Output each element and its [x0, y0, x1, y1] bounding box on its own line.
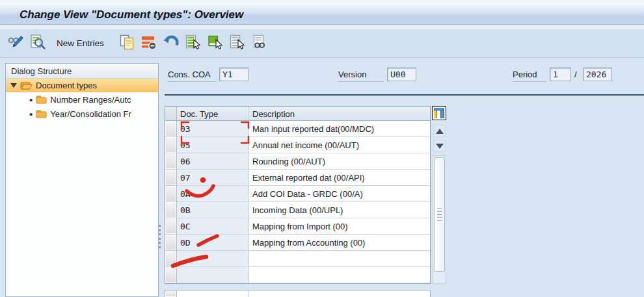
period-separator: /: [574, 70, 577, 79]
row-selector[interactable]: [165, 137, 177, 153]
tree-item-label: Number Ranges/Autc: [50, 95, 131, 105]
copy-pages-icon: [118, 34, 135, 53]
scroll-up-button[interactable]: [433, 125, 446, 137]
select-block-button[interactable]: [207, 34, 224, 52]
description-cell[interactable]: [249, 251, 430, 267]
table-row-partial: [165, 290, 431, 297]
row-selector[interactable]: [165, 291, 177, 297]
tree-item-label: Year/Consolidation Fr: [50, 109, 131, 119]
doc-type-cell[interactable]: 0A: [177, 186, 249, 202]
arrow-down-icon: [436, 144, 444, 149]
table-row: 03Man input reported dat(00/MDC): [165, 121, 430, 137]
tree-bullet: •: [29, 94, 33, 105]
doc-type-cell[interactable]: [177, 291, 249, 297]
details-button[interactable]: [251, 34, 269, 52]
table-settings-button[interactable]: [432, 106, 446, 120]
version-label: Version: [338, 68, 384, 82]
doc-type-cell[interactable]: 07: [177, 170, 249, 186]
table-row: 07External reported dat (00/API): [165, 170, 430, 186]
column-header-description[interactable]: Description: [249, 107, 430, 121]
undo-arrow-icon: [163, 34, 180, 53]
closed-folder-icon: [36, 110, 47, 118]
table-row: 0AAdd COI Data - GRDC (00/A): [165, 186, 430, 202]
table-row: 0CMapping from Import (00): [165, 218, 430, 235]
copy-entries-button[interactable]: [118, 34, 136, 52]
description-cell[interactable]: Add COI Data - GRDC (00/A): [249, 186, 430, 202]
table-header-row: Doc. Type Description: [165, 107, 430, 121]
scroll-down-button[interactable]: [433, 140, 446, 152]
description-cell[interactable]: Annual net income (00/AUT): [249, 137, 430, 153]
dialog-structure-header: Dialog Structure: [6, 64, 158, 79]
row-selector[interactable]: [165, 186, 177, 202]
description-cell[interactable]: Mapping from Import (00): [249, 218, 430, 235]
document-types-table: Doc. Type Description 03Man input report…: [165, 106, 431, 284]
description-cell[interactable]: Mapping from Accounting (00): [249, 235, 430, 251]
dialog-structure-panel: Dialog Structure Document types • Number…: [5, 63, 159, 297]
tree-item-label: Document types: [36, 81, 97, 90]
arrow-up-icon: [436, 129, 444, 134]
description-cell[interactable]: Incoming Data (00/UPL): [249, 202, 430, 218]
expand-arrow-icon[interactable]: [10, 83, 17, 88]
display-change-button[interactable]: [7, 34, 24, 52]
panel-splitter-handle[interactable]: [158, 225, 161, 248]
select-block-icon: [207, 34, 224, 53]
row-selector[interactable]: [165, 121, 177, 137]
open-folder-icon: [20, 81, 33, 90]
row-selector[interactable]: [165, 235, 177, 251]
period-year-field[interactable]: 2026: [583, 68, 612, 81]
doc-type-cell[interactable]: 05: [177, 137, 249, 153]
description-cell[interactable]: Rounding (00/AUT): [249, 153, 430, 170]
doc-type-cell[interactable]: 0C: [177, 218, 249, 235]
deselect-all-button[interactable]: [229, 34, 247, 52]
period-label: Period: [513, 68, 546, 82]
delete-row-button[interactable]: [141, 34, 158, 52]
table-row: [165, 267, 430, 283]
table-row: 0DMapping from Accounting (00): [165, 235, 430, 251]
row-selector[interactable]: [165, 218, 177, 235]
table-row: 0BIncoming Data (00/UPL): [165, 202, 430, 218]
row-selector[interactable]: [165, 267, 177, 283]
section-separator: [165, 94, 644, 96]
tree-item-year-consolidation[interactable]: • Year/Consolidation Fr: [6, 107, 158, 121]
doc-type-cell[interactable]: [177, 267, 249, 283]
tree-item-number-ranges[interactable]: • Number Ranges/Autc: [6, 92, 158, 107]
closed-folder-icon: [36, 96, 47, 104]
row-selector[interactable]: [165, 251, 177, 267]
row-selector[interactable]: [165, 202, 177, 218]
doc-type-cell[interactable]: 0B: [177, 202, 249, 218]
undo-button[interactable]: [163, 34, 180, 52]
cons-coa-label: Cons. COA: [168, 68, 216, 82]
doc-type-cell[interactable]: 06: [177, 153, 249, 170]
column-header-doc-type[interactable]: Doc. Type: [177, 107, 249, 121]
table-row: [165, 251, 430, 267]
doc-type-cell[interactable]: 0D: [177, 235, 249, 251]
row-selector[interactable]: [165, 153, 177, 170]
document-glasses-icon: [251, 34, 268, 53]
page-title: Change View "Document types": Overview: [0, 5, 644, 25]
cons-coa-field[interactable]: Y1: [219, 68, 248, 81]
table-row: 06Rounding (00/AUT): [165, 153, 430, 170]
description-cell[interactable]: [249, 267, 430, 283]
overview-button[interactable]: [29, 34, 46, 52]
magnifier-document-icon: [29, 34, 46, 53]
delete-rows-icon: [141, 34, 157, 53]
doc-type-cell[interactable]: 03: [177, 121, 249, 137]
row-selector[interactable]: [165, 170, 177, 186]
doc-type-cell[interactable]: [177, 251, 249, 267]
table-settings-icon: [434, 108, 444, 118]
glasses-pencil-icon: [7, 34, 24, 53]
application-toolbar: New Entries: [0, 29, 644, 58]
description-cell[interactable]: Man input reported dat(00/MDC): [249, 121, 430, 137]
tree-item-document-types[interactable]: Document types: [6, 79, 158, 92]
scrollbar-track[interactable]: [433, 155, 446, 284]
table-row: 05Annual net income (00/AUT): [165, 137, 430, 153]
select-all-corner-cell[interactable]: [165, 107, 177, 121]
version-field[interactable]: U00: [387, 68, 416, 81]
title-bar: Change View "Document types": Overview: [0, 4, 644, 25]
description-cell[interactable]: External reported dat (00/API): [249, 170, 430, 186]
new-entries-button[interactable]: New Entries: [57, 38, 104, 48]
select-all-button[interactable]: [185, 34, 202, 52]
period-field[interactable]: 1: [550, 68, 571, 81]
scrollbar-thumb[interactable]: [434, 157, 445, 272]
select-all-icon: [185, 34, 202, 53]
